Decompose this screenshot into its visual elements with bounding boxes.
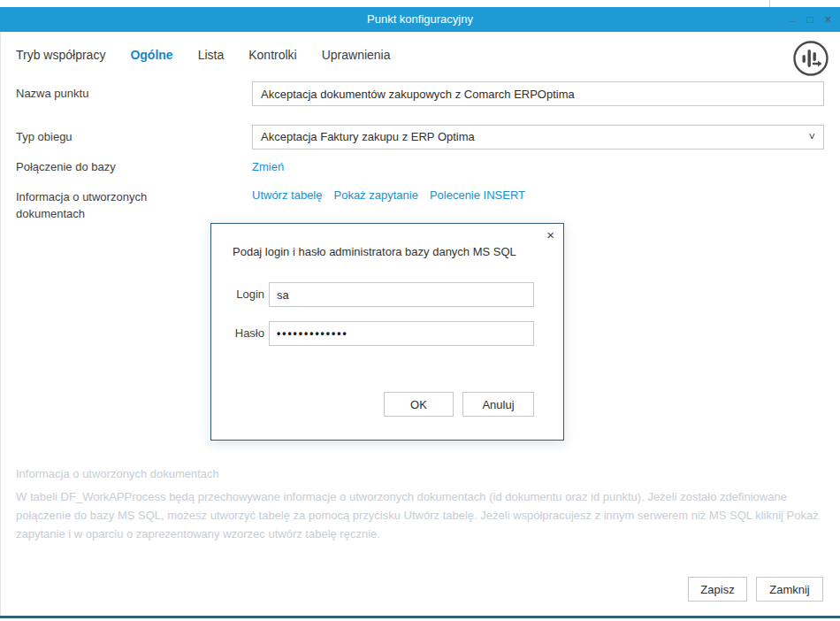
tab-ogolne[interactable]: Ogólne [130,48,172,62]
tab-tryb-wspolpracy[interactable]: Tryb współpracy [16,48,105,62]
dialog-close-icon[interactable]: × [546,227,554,242]
desktop-background-strip [0,0,840,7]
tab-bar: Tryb współpracy Ogólne Lista Kontrolki U… [16,48,391,62]
workflow-icon[interactable] [792,40,829,77]
chevron-down-icon: ˅ [808,126,815,149]
close-window-button[interactable]: Zamknij [756,577,823,602]
polecenie-insert-link[interactable]: Polecenie INSERT [430,188,525,202]
pokaz-zapytanie-link[interactable]: Pokaż zapytanie [333,188,417,202]
sql-credentials-dialog: × Podaj login i hasło administratora baz… [210,223,564,441]
utworz-tabele-link[interactable]: Utwórz tabelę [252,188,322,202]
tab-kontrolki[interactable]: Kontrolki [248,48,296,62]
close-icon[interactable]: × [825,7,831,32]
dialog-title: Podaj login i hasło administratora bazy … [233,245,530,258]
minimize-icon[interactable]: _ [790,4,796,29]
informacja-links: Utwórz tabelę Pokaż zapytanie Polecenie … [252,188,525,202]
window-title: Punkt konfiguracyjny [0,7,840,32]
haslo-input[interactable] [269,321,534,346]
haslo-label: Hasło [229,321,264,346]
app-window: Punkt konfiguracyjny _ □ × Tryb współpra… [0,0,840,621]
nazwa-punktu-label: Nazwa punktu [16,81,88,106]
typ-obiegu-label: Typ obiegu [16,125,73,150]
window-bottom-edge [0,616,840,618]
login-label: Login [229,282,264,307]
typ-obiegu-select[interactable]: Akceptacja Faktury zakupu z ERP Optima ˅ [252,125,824,150]
ok-button[interactable]: OK [384,392,454,417]
help-heading: Informacja o utworzonych dokumentach [16,467,219,480]
window-left-edge [0,32,1,616]
login-input[interactable] [269,282,534,307]
zmien-link[interactable]: Zmień [252,160,284,173]
titlebar: Punkt konfiguracyjny _ □ × [0,7,840,32]
tab-uprawnienia[interactable]: Uprawnienia [322,48,391,62]
help-body: W tabeli DF_WorkAPProcess będą przechowy… [16,487,824,543]
cancel-button[interactable]: Anuluj [462,392,534,417]
tab-lista[interactable]: Lista [198,48,225,62]
window-controls: _ □ × [790,7,831,32]
informacja-label: Informacja o utworzonych dokumentach [16,188,197,222]
maximize-icon[interactable]: □ [807,7,813,32]
background-window-edge [769,0,770,7]
polaczenie-label: Połączenie do bazy [16,160,116,173]
typ-obiegu-value: Akceptacja Faktury zakupu z ERP Optima [261,130,475,143]
save-button[interactable]: Zapisz [688,577,747,602]
nazwa-punktu-input[interactable] [252,81,824,106]
